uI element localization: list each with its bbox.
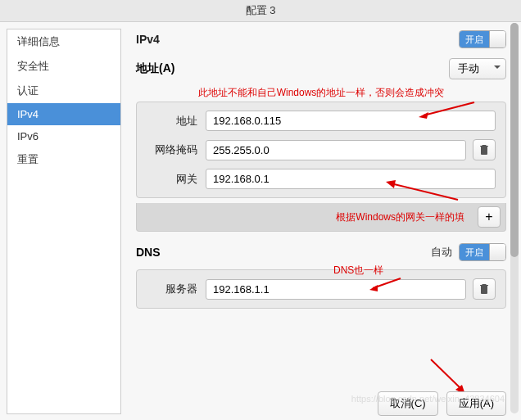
toggle-on-label: 开启 — [460, 31, 489, 47]
gateway-label: 网关 — [147, 172, 206, 187]
gateway-input[interactable] — [206, 169, 496, 189]
plus-icon: + — [485, 210, 492, 224]
sidebar-item-ipv6[interactable]: IPv6 — [7, 125, 120, 147]
dns-toggle-on-label: 开启 — [460, 244, 489, 260]
sidebar-item-details[interactable]: 详细信息 — [7, 29, 120, 54]
dns-heading: DNS — [136, 246, 161, 259]
ipv4-toggle[interactable]: 开启 — [459, 30, 506, 48]
sidebar-item-security[interactable]: 安全性 — [7, 54, 120, 79]
gateway-row: 网关 — [147, 169, 496, 189]
trash-icon — [479, 144, 489, 156]
add-bar: 根据Windows的网关一样的填 + — [136, 203, 506, 232]
dns-header: DNS 自动 开启 — [136, 243, 506, 261]
method-select[interactable]: 手动 — [449, 58, 506, 79]
trash-icon — [479, 283, 489, 295]
address-input[interactable] — [206, 111, 496, 131]
add-button[interactable]: + — [478, 206, 501, 228]
netmask-label: 网络掩码 — [147, 142, 206, 157]
address-panel: 地址 网络掩码 网关 — [136, 102, 506, 198]
content-panel: IPv4 开启 地址(A) 手动 此地址不能和自己Windows的地址一样，否则… — [121, 22, 521, 420]
dns-panel: DNS也一样 服务器 — [136, 269, 506, 309]
addresses-label: 地址(A) — [136, 61, 174, 76]
sidebar: 详细信息 安全性 认证 IPv4 IPv6 重置 — [7, 29, 121, 414]
netmask-input[interactable] — [206, 140, 466, 160]
toggle-knob — [489, 31, 505, 47]
scroll-thumb[interactable] — [510, 23, 519, 257]
main-container: 详细信息 安全性 认证 IPv4 IPv6 重置 IPv4 开启 地址(A) 手… — [0, 22, 521, 420]
dns-server-label: 服务器 — [147, 282, 206, 296]
svg-line-6 — [431, 359, 462, 390]
addresses-row: 地址(A) 手动 — [136, 58, 506, 79]
conflict-note: 此地址不能和自己Windows的地址一样，否则会造成冲突 — [136, 86, 506, 100]
watermark: https://blog.csdn.net/weixin_43834604 — [351, 394, 505, 404]
dns-server-input[interactable] — [206, 279, 466, 300]
ipv4-heading: IPv4 — [136, 33, 160, 46]
address-label: 地址 — [147, 114, 206, 129]
dns-toggle-knob — [489, 244, 505, 260]
auto-label: 自动 — [431, 245, 452, 260]
dns-delete-button[interactable] — [473, 278, 496, 300]
sidebar-item-auth[interactable]: 认证 — [7, 79, 120, 103]
scrollbar[interactable] — [510, 23, 519, 413]
netmask-row: 网络掩码 — [147, 139, 496, 160]
dns-toggle[interactable]: 开启 — [459, 243, 506, 261]
gateway-note: 根据Windows的网关一样的填 — [336, 210, 464, 224]
delete-button[interactable] — [473, 139, 496, 160]
sidebar-item-reset[interactable]: 重置 — [7, 147, 120, 172]
ipv4-header: IPv4 开启 — [136, 30, 506, 48]
dns-server-row: 服务器 — [147, 278, 496, 300]
dns-note: DNS也一样 — [333, 264, 383, 278]
address-row: 地址 — [147, 111, 496, 131]
sidebar-item-ipv4[interactable]: IPv4 — [7, 103, 120, 125]
window-title: 配置 3 — [0, 0, 521, 22]
